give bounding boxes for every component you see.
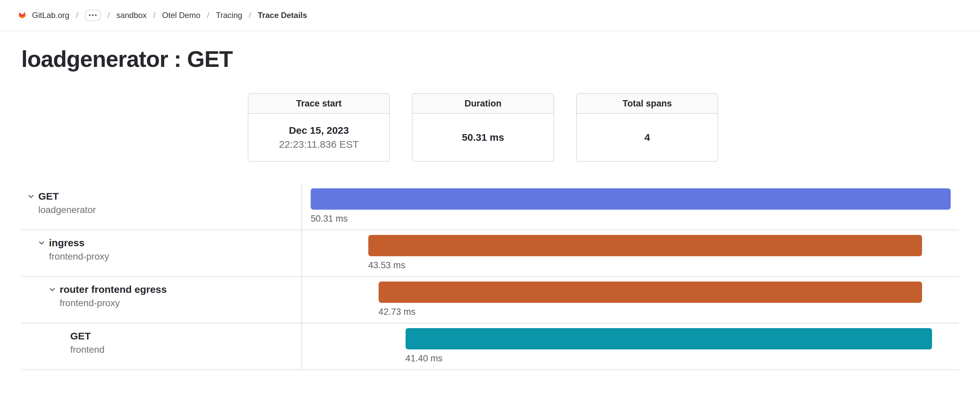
trace-span-row: ingress frontend-proxy 43.53 ms xyxy=(21,230,959,277)
span-service: loadgenerator xyxy=(38,204,96,216)
trace-span-row: router frontend egress frontend-proxy 42… xyxy=(21,277,959,324)
breadcrumb-item-otel-demo[interactable]: Otel Demo xyxy=(162,11,200,20)
card-trace-start-header: Trace start xyxy=(248,94,389,114)
span-timeline-cell: 43.53 ms xyxy=(302,230,959,276)
breadcrumb-separator: / xyxy=(207,11,210,20)
breadcrumb-group[interactable]: GitLab.org xyxy=(32,11,69,20)
card-total-spans-header: Total spans xyxy=(577,94,718,114)
trace-span-row: GET loadgenerator 50.31 ms xyxy=(21,184,959,230)
summary-cards: Trace start Dec 15, 2023 22:23:11.836 ES… xyxy=(0,93,980,162)
chevron-down-icon[interactable] xyxy=(27,193,35,201)
card-duration: Duration 50.31 ms xyxy=(412,93,554,162)
trace-start-time: 22:23:11.836 EST xyxy=(279,139,359,150)
span-operation: router frontend egress xyxy=(60,284,167,295)
span-operation: GET xyxy=(38,190,96,202)
breadcrumb-current-trace-details: Trace Details xyxy=(258,11,307,20)
total-spans-value: 4 xyxy=(644,132,650,143)
span-duration-bar[interactable] xyxy=(368,235,922,256)
span-details-cell: ingress frontend-proxy xyxy=(21,230,302,276)
trace-waterfall: GET loadgenerator 50.31 ms ingress front… xyxy=(21,184,959,370)
breadcrumb-item-sandbox[interactable]: sandbox xyxy=(116,11,146,20)
breadcrumb-separator: / xyxy=(108,11,110,20)
span-service: frontend-proxy xyxy=(60,298,167,309)
span-duration-label: 50.31 ms xyxy=(311,213,348,224)
span-duration-bar[interactable] xyxy=(311,188,951,209)
ellipsis-icon xyxy=(89,14,97,16)
span-operation: GET xyxy=(70,330,105,342)
trace-start-date: Dec 15, 2023 xyxy=(289,125,348,136)
page-title: loadgenerator : GET xyxy=(21,46,980,72)
card-total-spans: Total spans 4 xyxy=(576,93,718,162)
span-details-cell: router frontend egress frontend-proxy xyxy=(21,277,302,323)
span-details-cell: GET frontend xyxy=(21,324,302,370)
breadcrumb: GitLab.org / / sandbox / Otel Demo / Tra… xyxy=(17,10,307,21)
span-timeline-cell: 42.73 ms xyxy=(302,277,959,323)
span-timeline-cell: 50.31 ms xyxy=(302,184,959,230)
span-duration-label: 42.73 ms xyxy=(379,306,415,317)
chevron-down-icon[interactable] xyxy=(38,239,46,247)
trace-span-row: GET frontend 41.40 ms xyxy=(21,324,959,370)
span-duration-label: 41.40 ms xyxy=(406,353,442,364)
breadcrumb-ellipsis-button[interactable] xyxy=(85,10,101,21)
span-duration-label: 43.53 ms xyxy=(368,260,405,271)
breadcrumb-bar: GitLab.org / / sandbox / Otel Demo / Tra… xyxy=(0,0,980,31)
gitlab-tanuki-icon xyxy=(19,12,25,19)
chevron-down-icon[interactable] xyxy=(48,286,56,294)
span-details-cell: GET loadgenerator xyxy=(21,184,302,230)
span-service: frontend xyxy=(70,344,105,355)
breadcrumb-separator: / xyxy=(76,11,78,20)
breadcrumb-separator: / xyxy=(153,11,156,20)
duration-value: 50.31 ms xyxy=(462,132,504,143)
breadcrumb-item-tracing[interactable]: Tracing xyxy=(216,11,242,20)
card-duration-header: Duration xyxy=(412,94,554,114)
card-trace-start: Trace start Dec 15, 2023 22:23:11.836 ES… xyxy=(248,93,390,162)
gitlab-group-avatar[interactable] xyxy=(17,10,27,21)
span-service: frontend-proxy xyxy=(49,251,109,262)
span-timeline-cell: 41.40 ms xyxy=(302,324,959,370)
span-duration-bar[interactable] xyxy=(379,282,922,303)
breadcrumb-separator: / xyxy=(249,11,251,20)
span-operation: ingress xyxy=(49,237,109,249)
span-duration-bar[interactable] xyxy=(406,328,932,349)
